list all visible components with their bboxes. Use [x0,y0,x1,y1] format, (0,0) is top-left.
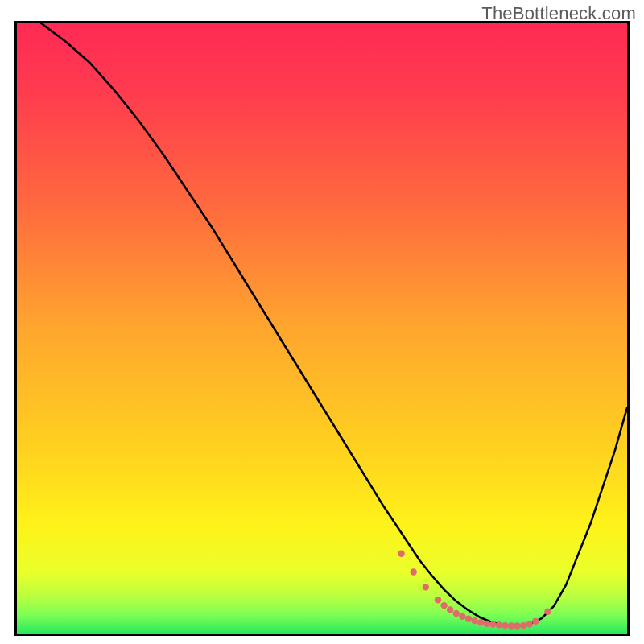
chart-container [14,21,630,636]
dot [411,568,417,575]
dot [453,610,460,617]
dot [520,622,526,629]
dot [483,621,489,627]
dot [471,617,477,624]
dot [532,618,539,625]
dot [496,621,502,628]
dot [526,621,533,627]
dot [435,597,441,603]
dot [477,619,484,625]
dot [489,621,496,627]
dot [508,622,514,629]
dot [514,622,520,629]
dot [447,606,453,613]
chart-svg [17,23,627,634]
chart-background [17,23,627,634]
dot [502,622,508,629]
dot [465,616,472,622]
dot [544,609,551,615]
dot [440,602,447,609]
dot [459,613,465,620]
dot [423,584,429,590]
dot [398,551,404,557]
